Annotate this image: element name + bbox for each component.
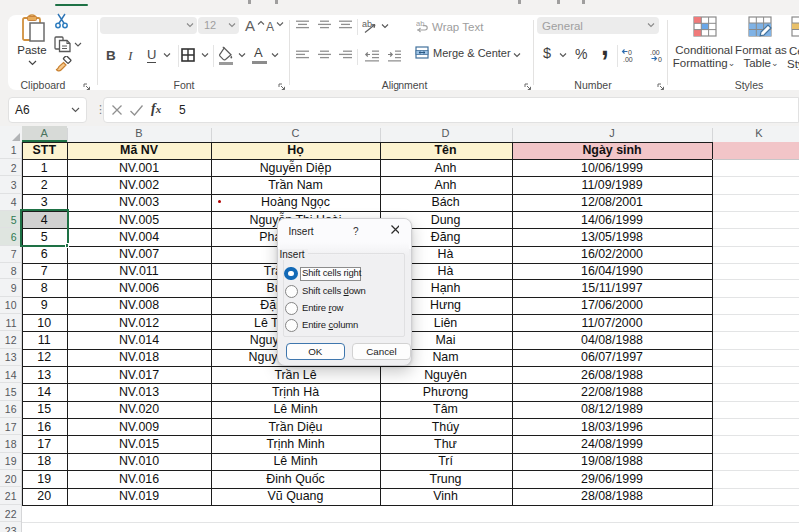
svg-text:.00: .00 — [623, 56, 633, 63]
svg-text:0: 0 — [628, 49, 632, 56]
svg-text:ab: ab — [416, 20, 424, 28]
